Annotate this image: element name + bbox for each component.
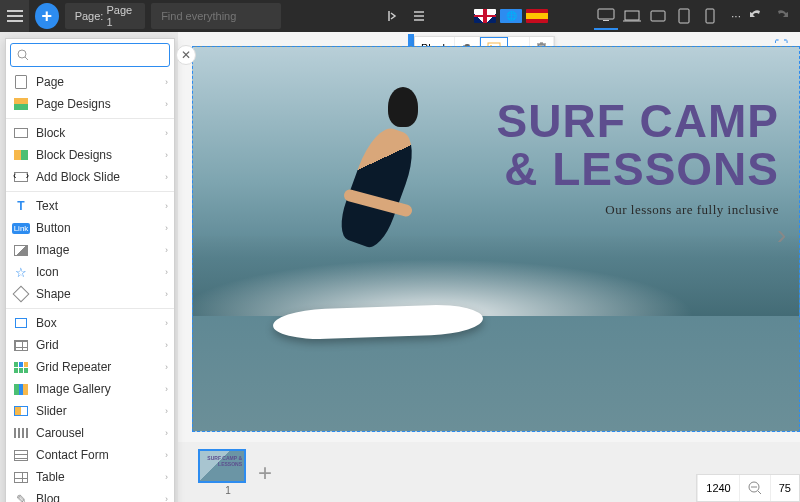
insert-page[interactable]: Page› — [6, 71, 174, 93]
canvas-height[interactable]: 75 — [770, 475, 799, 501]
slider-icon — [12, 403, 30, 419]
undo-button[interactable] — [748, 8, 764, 25]
insert-button[interactable]: LinkButton› — [6, 217, 174, 239]
insert-item-label: Icon — [36, 265, 165, 279]
insert-text[interactable]: TText› — [6, 195, 174, 217]
insert-item-label: Slider — [36, 404, 165, 418]
insert-block[interactable]: Block› — [6, 122, 174, 144]
canvas-width[interactable]: 1240 — [697, 475, 738, 501]
zoom-out-button[interactable] — [739, 475, 770, 501]
flag-uk-icon[interactable] — [474, 9, 496, 23]
insert-item-label: Table — [36, 470, 165, 484]
language-flags: 🌐 — [474, 9, 548, 23]
grid-icon — [12, 337, 30, 353]
add-button[interactable]: + — [35, 3, 59, 29]
hero-title-line2: & LESSONS — [497, 145, 779, 193]
panel-close-button[interactable]: ✕ — [176, 45, 196, 65]
insert-item-label: Page Designs — [36, 97, 165, 111]
device-laptop-button[interactable] — [620, 2, 644, 30]
insert-add-block-slide[interactable]: Add Block Slide› — [6, 166, 174, 188]
insert-image[interactable]: Image› — [6, 239, 174, 261]
chevron-right-icon: › — [165, 128, 168, 138]
insert-grid[interactable]: Grid› — [6, 334, 174, 356]
wave-graphic — [193, 236, 799, 316]
insert-slider[interactable]: Slider› — [6, 400, 174, 422]
device-more-button[interactable]: ··· — [724, 2, 748, 30]
page-thumbnail[interactable]: SURF CAMP & LESSONS — [198, 449, 246, 483]
insert-item-label: Grid — [36, 338, 165, 352]
hero-subtitle: Our lessons are fully inclusive — [497, 202, 779, 218]
insert-grid-repeater[interactable]: Grid Repeater› — [6, 356, 174, 378]
insert-page-designs[interactable]: Page Designs› — [6, 93, 174, 115]
insert-box[interactable]: Box› — [6, 312, 174, 334]
chevron-right-icon: › — [165, 289, 168, 299]
box-icon — [12, 315, 30, 331]
shape-icon — [12, 286, 30, 302]
insert-item-label: Shape — [36, 287, 165, 301]
carousel-icon — [12, 425, 30, 441]
list-tool-button[interactable] — [406, 2, 431, 30]
insert-item-label: Box — [36, 316, 165, 330]
insert-item-label: Add Block Slide — [36, 170, 165, 184]
align-tool-button[interactable] — [381, 2, 406, 30]
slide-next-button[interactable]: › — [777, 219, 797, 259]
page-icon — [12, 74, 30, 90]
icon-icon: ☆ — [12, 264, 30, 280]
insert-item-label: Blog — [36, 492, 165, 502]
svg-rect-2 — [625, 11, 639, 20]
device-tablet-landscape-button[interactable] — [646, 2, 670, 30]
insert-carousel[interactable]: Carousel› — [6, 422, 174, 444]
svg-rect-1 — [603, 20, 609, 21]
insert-image-gallery[interactable]: Image Gallery› — [6, 378, 174, 400]
chevron-right-icon: › — [165, 267, 168, 277]
insert-contact-form[interactable]: Contact Form› — [6, 444, 174, 466]
insert-item-label: Button — [36, 221, 165, 235]
contact-form-icon — [12, 447, 30, 463]
chevron-right-icon: › — [165, 406, 168, 416]
zoom-controls: 1240 75 — [696, 474, 800, 502]
device-tablet-portrait-button[interactable] — [672, 2, 696, 30]
grid-repeater-icon — [12, 359, 30, 375]
page-number: 1 — [225, 485, 231, 496]
device-desktop-button[interactable] — [594, 2, 618, 30]
svg-rect-4 — [679, 9, 689, 23]
insert-table[interactable]: Table› — [6, 466, 174, 488]
chevron-right-icon: › — [165, 362, 168, 372]
thumbnail-caption: SURF CAMP & LESSONS — [200, 455, 242, 467]
device-phone-button[interactable] — [698, 2, 722, 30]
insert-shape[interactable]: Shape› — [6, 283, 174, 305]
button-icon: Link — [12, 220, 30, 236]
page-selector[interactable]: Page: Page 1 — [65, 3, 146, 29]
chevron-right-icon: › — [165, 99, 168, 109]
search-icon — [17, 49, 29, 61]
hamburger-icon — [7, 10, 23, 22]
editor-canvas: Block ··· + i ▣ ⛶ SURF CAMP & LESSONS Ou… — [178, 32, 800, 442]
hero-text-group[interactable]: SURF CAMP & LESSONS Our lessons are full… — [497, 97, 779, 218]
chevron-right-icon: › — [165, 172, 168, 182]
insert-block-designs[interactable]: Block Designs› — [6, 144, 174, 166]
chevron-right-icon: › — [165, 494, 168, 502]
svg-rect-5 — [706, 9, 714, 23]
chevron-right-icon: › — [165, 340, 168, 350]
page-designs-icon — [12, 96, 30, 112]
hero-title-line1: SURF CAMP — [497, 97, 779, 145]
insert-item-label: Image Gallery — [36, 382, 165, 396]
insert-icon[interactable]: ☆Icon› — [6, 261, 174, 283]
panel-search-input[interactable] — [10, 43, 170, 67]
page-prefix: Page: — [75, 10, 104, 22]
flag-es-icon[interactable] — [526, 9, 548, 23]
image-icon — [12, 242, 30, 258]
flag-globe-icon[interactable]: 🌐 — [500, 9, 522, 23]
table-icon — [12, 469, 30, 485]
add-page-button[interactable]: + — [258, 459, 284, 485]
svg-rect-0 — [598, 9, 614, 19]
insert-item-label: Page — [36, 75, 165, 89]
insert-blog[interactable]: ✎Blog› — [6, 488, 174, 502]
main-menu-button[interactable] — [0, 0, 29, 32]
chevron-right-icon: › — [165, 150, 168, 160]
global-search-input[interactable] — [151, 3, 281, 29]
block-designs-icon — [12, 147, 30, 163]
chevron-right-icon: › — [165, 384, 168, 394]
hero-block[interactable]: SURF CAMP & LESSONS Our lessons are full… — [192, 46, 800, 432]
redo-button[interactable] — [774, 8, 790, 25]
